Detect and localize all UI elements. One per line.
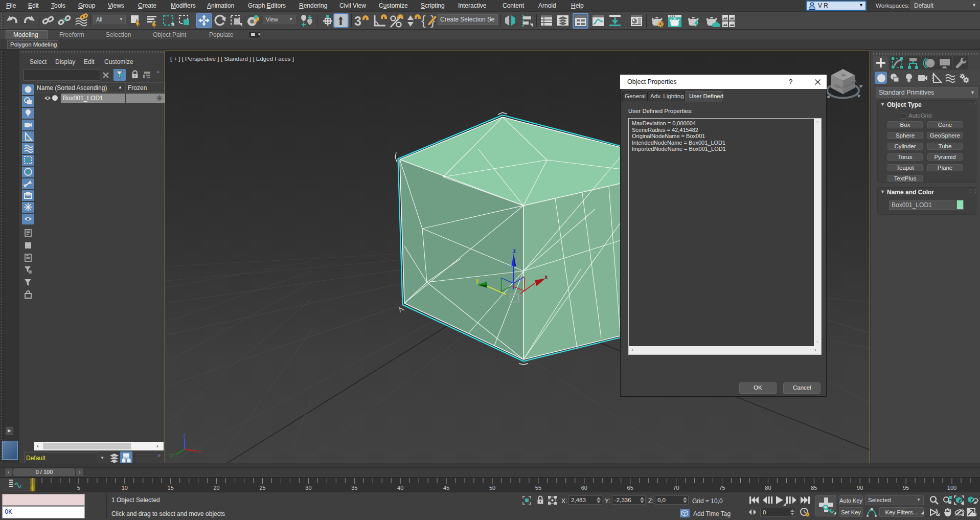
svg-text:65: 65 [627,485,633,491]
svg-text:y: y [170,452,173,458]
svg-text:{: { [421,13,426,28]
svg-text:60: 60 [581,485,587,491]
svg-text:75: 75 [719,485,725,491]
svg-text:5: 5 [77,485,80,491]
svg-text:80: 80 [765,485,771,491]
svg-text:100: 100 [947,485,956,491]
svg-text:45: 45 [443,485,449,491]
svg-text:3: 3 [354,14,361,28]
svg-text:50: 50 [489,485,495,491]
svg-text:90: 90 [857,485,863,491]
svg-text:x: x [544,274,548,281]
svg-text:z: z [513,247,516,255]
svg-text:y: y [475,277,479,284]
svg-text:0: 0 [31,485,34,491]
svg-text:85: 85 [811,485,817,491]
svg-text:70: 70 [673,485,679,491]
svg-text:10: 10 [122,485,128,491]
svg-text:20: 20 [213,485,219,491]
svg-text:55: 55 [535,485,541,491]
svg-text:40: 40 [397,485,403,491]
svg-text:15: 15 [168,485,174,491]
svg-text:35: 35 [351,485,357,491]
svg-text:95: 95 [903,485,909,491]
svg-text:30: 30 [305,485,311,491]
svg-text:25: 25 [259,485,265,491]
svg-text:x: x [198,448,201,454]
svg-text:z: z [183,432,186,438]
